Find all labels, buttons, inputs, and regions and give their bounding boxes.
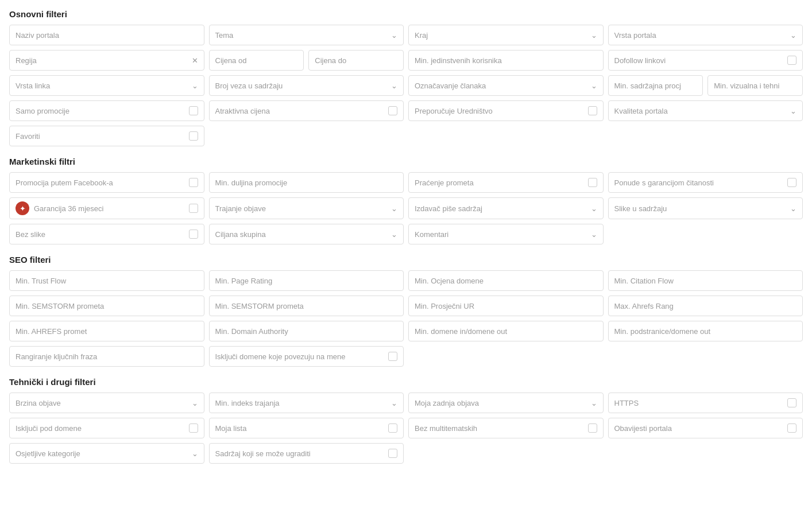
filter-select-tema[interactable]: Tema ⌄ [209,25,404,45]
pracenje-prometa-checkbox[interactable] [588,178,597,187]
oznacavanje-label: Označavanje članaka [415,81,486,90]
bez-slike-checkbox[interactable] [189,230,198,239]
chevron-down-icon: ⌄ [192,449,198,458]
filter-select-brzina-objave[interactable]: Brzina objave ⌄ [9,393,204,413]
domene-in-out-field[interactable] [415,327,597,336]
filter-select-zadnja-objava[interactable]: Moja zadnja objava ⌄ [408,393,604,413]
min-korisnika-field[interactable] [415,56,597,65]
semstorm2-field[interactable] [215,302,398,310]
filter-input-min-korisnika [408,50,604,71]
ahrefs-promet-field[interactable] [16,327,198,336]
chevron-down-icon: ⌄ [591,204,597,213]
filter-select-komentari[interactable]: Komentari ⌄ [408,224,604,244]
guarantee-badge: ✦ [16,201,29,215]
regija-clear-icon[interactable]: ✕ [192,56,198,65]
preporucuje-checkbox[interactable] [588,106,597,115]
filter-checkbox-sadrzaj-ugraditi: Sadržaj koji se može ugraditi [209,443,404,464]
filter-checkbox-obavijesti: Obavijesti portala [608,418,803,438]
filter-select-kraj[interactable]: Kraj ⌄ [408,25,604,45]
fb-promocija-label: Promocija putem Facebook-a [16,178,113,187]
fb-promocija-checkbox[interactable] [189,178,198,187]
ciljana-skupina-label: Ciljana skupina [215,230,266,239]
chevron-down-icon: ⌄ [591,230,597,239]
chevron-down-icon: ⌄ [591,31,597,40]
filter-checkbox-https: HTTPS [608,393,803,413]
filter-select-oznacavanje[interactable]: Označavanje članaka ⌄ [408,75,604,96]
filter-select-trajanje[interactable]: Trajanje objave ⌄ [209,197,404,219]
iskljuci-domene-checkbox[interactable] [388,352,397,361]
filter-input-min-duljina [209,172,404,193]
chevron-down-icon: ⌄ [790,107,796,115]
filter-select-broj-veza[interactable]: Broj veza u sadržaju ⌄ [209,75,404,96]
bez-multi-checkbox[interactable] [588,423,597,433]
citation-flow-field[interactable] [614,277,797,285]
min-vizualna-input [707,75,803,96]
dofollow-checkbox[interactable] [787,56,796,65]
podstranice-field[interactable] [614,327,797,336]
semstorm1-field[interactable] [16,302,198,310]
filter-row: Vrsta linka ⌄ Broj veza u sadržaju ⌄ Ozn… [9,75,803,96]
filter-input-naziv-portala [9,25,204,45]
cijena-od-field[interactable] [215,56,298,65]
moja-lista-checkbox[interactable] [388,423,397,433]
min-indeks-label: Min. indeks trajanja [215,399,280,407]
filter-checkbox-iskljuci-pod: Isključi pod domene [9,418,204,438]
domain-authority-field[interactable] [215,327,398,336]
filter-row: Isključi pod domene Moja lista Bez multi… [9,418,803,438]
broj-veza-label: Broj veza u sadržaju [215,81,283,90]
izdavac-label: Izdavač piše sadržaj [415,204,482,213]
filter-checkbox-bez-slike: Bez slike [9,224,204,244]
filter-row [9,296,803,316]
filter-row: Brzina objave ⌄ Min. indeks trajanja ⌄ M… [9,393,803,413]
filter-checkbox-dofollow: Dofollow linkovi [608,50,803,71]
min-vizualna-field[interactable] [714,81,796,90]
chevron-down-icon: ⌄ [192,81,198,90]
iskljuci-domene-label: Isključi domene koje povezuju na mene [215,352,346,361]
filter-input-trust-flow [9,270,204,291]
filter-select-vrsta-linka[interactable]: Vrsta linka ⌄ [9,75,204,96]
filter-select-ciljana-skupina[interactable]: Ciljana skupina ⌄ [209,224,404,244]
sadrzaj-ugraditi-checkbox[interactable] [388,449,397,458]
filter-select-min-indeks[interactable]: Min. indeks trajanja ⌄ [209,393,404,413]
page-rating-field[interactable] [215,277,398,285]
naziv-portala-field[interactable] [16,31,198,40]
min-duljina-field[interactable] [215,178,398,187]
min-sadrzajna-field[interactable] [614,81,697,90]
atraktivna-checkbox[interactable] [388,106,397,115]
favoriti-checkbox[interactable] [189,131,198,141]
filter-select-izdavac[interactable]: Izdavač piše sadržaj ⌄ [408,197,604,219]
filter-input-semstorm1 [9,296,204,316]
samo-promocije-label: Samo promocije [16,107,69,115]
komentari-label: Komentari [415,230,448,239]
chevron-down-icon: ⌄ [391,81,397,90]
filter-input-domain-authority [209,321,404,341]
cijena-do-field[interactable] [315,56,397,65]
filter-select-osjetljive[interactable]: Osjetljive kategorije ⌄ [9,443,204,464]
garancija-citanosti-checkbox[interactable] [787,178,796,187]
iskljuci-pod-checkbox[interactable] [189,423,198,433]
trust-flow-field[interactable] [16,277,198,285]
garancija-citanosti-label: Ponude s garancijom čitanosti [614,178,714,187]
favoriti-label: Favoriti [16,132,40,141]
ocjena-domene-field[interactable] [415,277,597,285]
filter-select-vrsta-portala[interactable]: Vrsta portala ⌄ [608,25,803,45]
cijena-od-input [209,50,304,71]
guarantee-label: Garancija 36 mjeseci [34,204,184,213]
filter-checkbox-atraktivna: Atraktivna cijena [209,100,404,121]
filter-row: Promocija putem Facebook-a Praćenje prom… [9,172,803,193]
guarantee-checkbox[interactable] [189,204,198,213]
vrsta-linka-label: Vrsta linka [16,81,50,90]
https-checkbox[interactable] [787,398,796,407]
filter-select-slike[interactable]: Slike u sadržaju ⌄ [608,197,803,219]
rangiranje-field[interactable] [16,352,198,361]
dofollow-label: Dofollow linkovi [614,56,666,65]
chevron-down-icon: ⌄ [391,399,397,407]
obavijesti-checkbox[interactable] [787,423,796,433]
cijena-do-input [308,50,404,71]
ahrefs-rang-field[interactable] [614,302,797,310]
filter-select-kvaliteta[interactable]: Kvaliteta portala ⌄ [608,100,803,121]
filter-input-page-rating [209,270,404,291]
samo-promocije-checkbox[interactable] [189,106,198,115]
section-title-tehnicki: Tehnički i drugi filteri [9,377,803,387]
prosjecni-ur-field[interactable] [415,302,597,310]
